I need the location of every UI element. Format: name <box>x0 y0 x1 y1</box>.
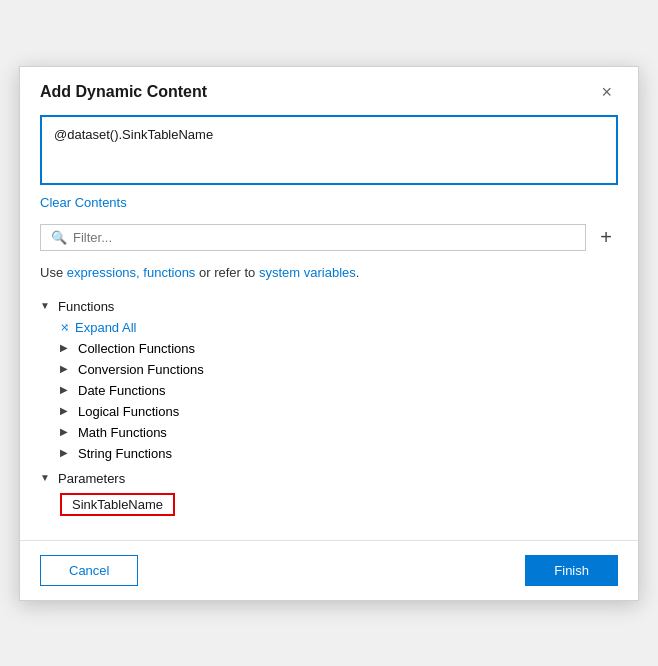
close-button[interactable]: × <box>595 81 618 103</box>
hint-text: Use expressions, functions or refer to s… <box>40 265 618 280</box>
add-button[interactable]: + <box>594 225 618 249</box>
finish-button[interactable]: Finish <box>525 555 618 586</box>
conversion-functions-label: Conversion Functions <box>78 362 204 377</box>
expand-all-label: Expand All <box>75 320 136 335</box>
logical-functions-label: Logical Functions <box>78 404 179 419</box>
conversion-functions-expand-icon: ▶ <box>60 363 72 375</box>
parameters-section: ▼ Parameters SinkTableName <box>40 468 618 516</box>
expression-text: @dataset().SinkTableName <box>54 127 213 142</box>
math-functions-item[interactable]: ▶ Math Functions <box>60 422 618 443</box>
dialog-body: @dataset().SinkTableName Clear Contents … <box>20 115 638 532</box>
filter-input-wrap: 🔍 <box>40 224 586 251</box>
expressions-functions-link[interactable]: expressions, functions <box>67 265 196 280</box>
conversion-functions-item[interactable]: ▶ Conversion Functions <box>60 359 618 380</box>
filter-input[interactable] <box>73 230 575 245</box>
sink-table-name-param[interactable]: SinkTableName <box>60 493 175 516</box>
system-variables-link[interactable]: system variables <box>259 265 356 280</box>
filter-row: 🔍 + <box>40 224 618 251</box>
parameters-collapse-icon: ▼ <box>40 472 52 484</box>
functions-sub-items: ⤨ Expand All ▶ Collection Functions ▶ Co… <box>60 317 618 464</box>
dialog-title: Add Dynamic Content <box>40 83 207 101</box>
tree-section: ▼ Functions ⤨ Expand All ▶ Collection Fu… <box>40 296 618 516</box>
expand-all-icon: ⤨ <box>60 321 69 334</box>
parameters-section-header[interactable]: ▼ Parameters <box>40 468 618 489</box>
functions-collapse-icon: ▼ <box>40 300 52 312</box>
hint-middle: or refer to <box>195 265 259 280</box>
expression-input-area[interactable]: @dataset().SinkTableName <box>40 115 618 185</box>
functions-section-header[interactable]: ▼ Functions <box>40 296 618 317</box>
hint-before: Use <box>40 265 67 280</box>
date-functions-item[interactable]: ▶ Date Functions <box>60 380 618 401</box>
functions-label: Functions <box>58 299 114 314</box>
search-icon: 🔍 <box>51 230 67 245</box>
logical-functions-item[interactable]: ▶ Logical Functions <box>60 401 618 422</box>
collection-functions-item[interactable]: ▶ Collection Functions <box>60 338 618 359</box>
cancel-button[interactable]: Cancel <box>40 555 138 586</box>
hint-after: . <box>356 265 360 280</box>
math-functions-expand-icon: ▶ <box>60 426 72 438</box>
string-functions-expand-icon: ▶ <box>60 447 72 459</box>
collection-functions-label: Collection Functions <box>78 341 195 356</box>
string-functions-item[interactable]: ▶ String Functions <box>60 443 618 464</box>
date-functions-expand-icon: ▶ <box>60 384 72 396</box>
date-functions-label: Date Functions <box>78 383 165 398</box>
parameters-label: Parameters <box>58 471 125 486</box>
logical-functions-expand-icon: ▶ <box>60 405 72 417</box>
math-functions-label: Math Functions <box>78 425 167 440</box>
string-functions-label: String Functions <box>78 446 172 461</box>
clear-contents-link[interactable]: Clear Contents <box>40 195 127 210</box>
expand-all-link[interactable]: ⤨ Expand All <box>60 317 618 338</box>
dialog-footer: Cancel Finish <box>20 540 638 600</box>
add-dynamic-content-dialog: Add Dynamic Content × @dataset().SinkTab… <box>19 66 639 601</box>
dialog-header: Add Dynamic Content × <box>20 67 638 115</box>
collection-functions-expand-icon: ▶ <box>60 342 72 354</box>
